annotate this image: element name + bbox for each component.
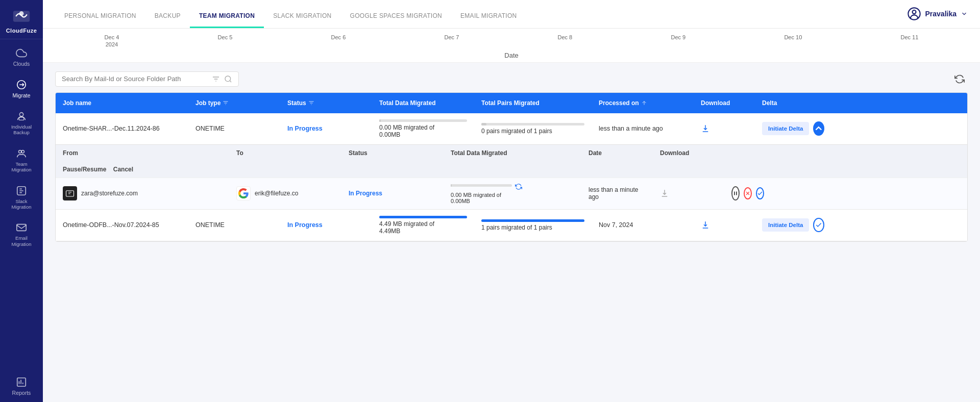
svg-point-5 <box>19 150 22 153</box>
sth-date: Date <box>581 145 653 161</box>
search-icon[interactable] <box>224 75 232 83</box>
sidebar-item-individual-backup[interactable]: IndividualBackup <box>0 105 43 142</box>
table-row: Onetime-SHAR...-Dec.11.2024-86 ONETIME I… <box>56 113 967 210</box>
td-status-2: In Progress <box>280 210 372 241</box>
subtable-1: From To Status Total Data Migrated Date … <box>56 144 967 209</box>
date-label-2: Dec 5 <box>218 34 233 48</box>
sub-progress-fill <box>451 184 452 187</box>
source-icon-1 <box>63 186 77 200</box>
td-delta-2: Initiate Delta <box>755 210 831 241</box>
table-row-main-2: Onetime-ODFB...-Nov.07.2024-85 ONETIME I… <box>56 210 967 241</box>
refresh-small-icon[interactable] <box>515 183 522 190</box>
search-bar <box>55 71 239 87</box>
date-labels: Dec 4 2024 Dec 5 Dec 6 Dec 7 Dec 8 Dec 9… <box>55 34 968 48</box>
cancel-button-1[interactable] <box>744 187 752 199</box>
download-button-1[interactable] <box>701 124 710 133</box>
date-label-3: Dec 6 <box>331 34 346 48</box>
date-label-1: Dec 4 2024 <box>105 34 119 48</box>
expand-row-button-2[interactable] <box>813 218 824 232</box>
sidebar-item-reports[interactable]: Reports <box>0 370 43 402</box>
th-status: Status <box>280 93 372 113</box>
std-data-migrated-sub-1: 0.00 MB migrated of0.00MB <box>444 178 581 209</box>
td-processed-on-1: less than a minute ago <box>592 113 694 144</box>
th-processed-on: Processed on <box>592 93 694 113</box>
sort-icon[interactable] <box>641 100 647 106</box>
svg-rect-4 <box>19 117 23 120</box>
content-area: Dec 4 2024 Dec 5 Dec 6 Dec 7 Dec 8 Dec 9… <box>43 29 980 402</box>
filter-icon[interactable] <box>223 100 229 106</box>
tab-google-spaces-migration[interactable]: Google Spaces Migration <box>341 12 451 28</box>
td-job-type-2: ONETIME <box>188 210 280 241</box>
jobs-table: Job name Job type Status Total Data Migr… <box>55 92 968 242</box>
th-total-data-migrated: Total Data Migrated <box>372 93 474 113</box>
tab-email-migration[interactable]: Email Migration <box>451 12 526 28</box>
td-download-1[interactable] <box>694 113 755 144</box>
std-download-sub-1[interactable] <box>653 178 724 209</box>
table-row-main-1: Onetime-SHAR...-Dec.11.2024-86 ONETIME I… <box>56 113 967 144</box>
svg-rect-15 <box>736 192 737 195</box>
table-row-2: Onetime-ODFB...-Nov.07.2024-85 ONETIME I… <box>56 210 967 241</box>
std-status-1: In Progress <box>341 178 444 209</box>
date-label-5: Dec 8 <box>557 34 572 48</box>
filter-icon[interactable] <box>212 75 220 83</box>
th-delta: Delta <box>755 93 831 113</box>
td-processed-on-2: Nov 7, 2024 <box>592 210 694 241</box>
td-job-type-1: ONETIME <box>188 113 280 144</box>
sth-total-data: Total Data Migrated <box>444 145 581 161</box>
td-pairs-migrated-1: 0 pairs migrated of 1 pairs <box>474 113 592 144</box>
sth-status: Status <box>341 145 444 161</box>
sidebar-item-migrate[interactable]: Migrate <box>0 73 43 105</box>
tab-personal-migration[interactable]: Personal Migration <box>55 12 145 28</box>
pairs-progress-fill <box>481 123 486 125</box>
sub-progress-bg <box>451 184 512 187</box>
td-download-2[interactable] <box>694 210 755 241</box>
date-label-4: Dec 7 <box>445 34 459 48</box>
td-delta-1: Initiate Delta <box>755 113 831 144</box>
table-header: Job name Job type Status Total Data Migr… <box>56 93 967 113</box>
sth-to: To <box>229 145 341 161</box>
date-label-6: Dec 9 <box>671 34 685 48</box>
tab-backup[interactable]: Backup <box>145 12 190 28</box>
search-input[interactable] <box>62 75 208 83</box>
expand-row-button-1[interactable] <box>813 121 824 136</box>
pause-button-1[interactable] <box>731 186 740 200</box>
confirm-button-1[interactable] <box>756 187 764 199</box>
tab-slack-migration[interactable]: Slack Migration <box>264 12 340 28</box>
subtable-row-1: zara@storefuze.com e <box>56 178 967 209</box>
svg-point-12 <box>225 76 231 82</box>
th-job-type: Job type <box>188 93 280 113</box>
date-label-8: Dec 11 <box>901 34 919 48</box>
download-sub-button-1[interactable] <box>660 189 669 198</box>
pairs-progress-bg <box>481 123 584 125</box>
td-pairs-migrated-2: 1 pairs migrated of 1 pairs <box>474 210 592 241</box>
progress-bar-fill-2 <box>379 216 467 218</box>
sidebar-item-email-migration[interactable]: EmailMigration <box>0 216 43 253</box>
th-total-pairs-migrated: Total Pairs Migrated <box>474 93 592 113</box>
sidebar-item-clouds[interactable]: Clouds <box>0 41 43 73</box>
sidebar-item-slack-migration[interactable]: SlackMigration <box>0 179 43 216</box>
std-date-sub-1: less than a minute ago <box>581 178 653 209</box>
td-status-1: In Progress <box>280 113 372 144</box>
pairs-progress-bg-2 <box>481 219 584 222</box>
chevron-down-icon <box>961 10 968 17</box>
svg-rect-9 <box>17 378 26 387</box>
logo: CloudFuze <box>0 0 43 39</box>
progress-bar-bg <box>379 119 467 122</box>
tab-team-migration[interactable]: Team Migration <box>190 12 264 28</box>
initiate-delta-button-2[interactable]: Initiate Delta <box>762 218 809 232</box>
subtable-header: From To Status Total Data Migrated Date … <box>56 144 967 178</box>
download-button-2[interactable] <box>701 220 710 230</box>
std-actions-sub-1 <box>724 178 765 209</box>
svg-rect-8 <box>17 224 26 231</box>
pairs-progress-fill-2 <box>481 219 584 222</box>
user-menu[interactable]: Pravalika <box>907 7 968 28</box>
top-navigation: Personal Migration Backup Team Migration… <box>43 0 980 29</box>
sidebar-item-team-migration[interactable]: TeamMigration <box>0 142 43 179</box>
std-from-1: zara@storefuze.com <box>56 178 229 209</box>
svg-rect-14 <box>734 192 735 195</box>
progress-bar-bg-2 <box>379 216 467 218</box>
refresh-button[interactable] <box>951 71 968 87</box>
th-job-name: Job name <box>56 93 188 113</box>
filter-icon[interactable] <box>308 100 314 106</box>
initiate-delta-button-1[interactable]: Initiate Delta <box>762 122 809 135</box>
